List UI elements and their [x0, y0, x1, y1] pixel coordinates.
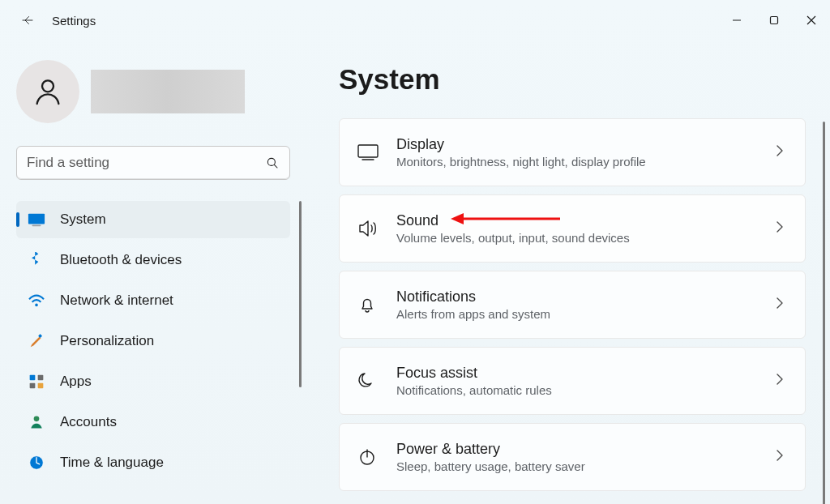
sound-icon [357, 219, 396, 238]
card-text: Notifications Alerts from apps and syste… [396, 288, 776, 321]
svg-rect-5 [28, 214, 45, 224]
chevron-right-icon [776, 373, 787, 389]
nav-label: Accounts [60, 414, 117, 430]
wifi-icon [28, 292, 45, 310]
nav-item-accounts[interactable]: Accounts [16, 404, 290, 441]
nav-label: Personalization [60, 333, 154, 349]
profile-row[interactable] [16, 60, 290, 123]
sidebar: System Bluetooth & devices Network & int… [0, 41, 306, 504]
svg-rect-10 [38, 375, 44, 381]
chevron-right-icon [776, 220, 787, 237]
power-icon [357, 447, 396, 467]
main-area: System Bluetooth & devices Network & int… [0, 41, 830, 504]
clock-globe-icon [28, 454, 45, 472]
card-title: Notifications [396, 288, 776, 305]
content-pane: System Display Monitors, brightness, nig… [306, 41, 830, 504]
maximize-icon [769, 15, 779, 25]
moon-icon [357, 371, 396, 391]
search-box[interactable] [16, 146, 290, 180]
card-text: Power & battery Sleep, battery usage, ba… [396, 441, 776, 473]
svg-rect-12 [38, 383, 44, 389]
window-controls [718, 4, 830, 36]
card-title: Sound [396, 212, 776, 229]
nav-label: Time & language [60, 455, 164, 471]
settings-item-display[interactable]: Display Monitors, brightness, night ligh… [339, 118, 806, 186]
card-title: Display [396, 136, 776, 153]
chevron-right-icon [776, 449, 787, 465]
card-text: Focus assist Notifications, automatic ru… [396, 365, 776, 397]
system-icon [28, 211, 45, 229]
nav-list: System Bluetooth & devices Network & int… [16, 201, 290, 481]
svg-point-7 [35, 304, 38, 307]
card-text: Sound Volume levels, output, input, soun… [396, 212, 776, 245]
svg-rect-16 [358, 145, 378, 157]
app-title: Settings [52, 14, 96, 28]
search-input[interactable] [27, 155, 265, 171]
bell-icon [357, 295, 396, 314]
svg-point-2 [42, 80, 53, 92]
titlebar-left: Settings [19, 12, 96, 28]
svg-line-4 [275, 165, 277, 168]
svg-rect-6 [32, 224, 41, 226]
card-title: Power & battery [396, 441, 776, 458]
nav-item-network[interactable]: Network & internet [16, 282, 290, 319]
card-subtitle: Notifications, automatic rules [396, 383, 776, 397]
person-icon [32, 75, 64, 108]
svg-rect-1 [771, 17, 778, 24]
arrow-left-icon [20, 13, 35, 28]
nav-item-system[interactable]: System [16, 201, 290, 238]
accounts-icon [28, 413, 45, 431]
settings-window: Settings [0, 0, 830, 504]
svg-point-13 [34, 416, 40, 422]
nav-item-bluetooth[interactable]: Bluetooth & devices [16, 241, 290, 279]
avatar [16, 60, 79, 123]
card-subtitle: Sleep, battery usage, battery saver [396, 459, 776, 473]
sidebar-scrollbar[interactable] [299, 201, 302, 387]
chevron-right-icon [776, 297, 787, 313]
settings-item-power[interactable]: Power & battery Sleep, battery usage, ba… [339, 423, 806, 491]
back-button[interactable] [19, 12, 36, 28]
settings-item-focus-assist[interactable]: Focus assist Notifications, automatic ru… [339, 347, 806, 415]
settings-list: Display Monitors, brightness, night ligh… [339, 118, 806, 491]
minimize-button[interactable] [718, 4, 755, 36]
nav-item-apps[interactable]: Apps [16, 363, 290, 400]
svg-rect-9 [30, 375, 36, 381]
settings-item-notifications[interactable]: Notifications Alerts from apps and syste… [339, 271, 806, 339]
page-title: System [339, 63, 806, 96]
minimize-icon [732, 15, 742, 25]
content-scrollbar[interactable] [823, 122, 825, 504]
nav-label: Apps [60, 374, 92, 390]
svg-rect-8 [38, 334, 42, 338]
nav-label: System [60, 211, 106, 228]
close-button[interactable] [793, 4, 830, 36]
nav-item-time[interactable]: Time & language [16, 444, 290, 481]
settings-item-sound[interactable]: Sound Volume levels, output, input, soun… [339, 194, 806, 263]
card-subtitle: Volume levels, output, input, sound devi… [396, 231, 776, 245]
nav-item-personalization[interactable]: Personalization [16, 322, 290, 360]
apps-icon [28, 373, 45, 391]
profile-name-placeholder [91, 70, 245, 113]
nav-label: Network & internet [60, 293, 173, 309]
card-subtitle: Alerts from apps and system [396, 307, 776, 321]
titlebar: Settings [0, 0, 830, 41]
svg-point-3 [267, 158, 275, 165]
chevron-right-icon [776, 144, 787, 160]
paintbrush-icon [28, 332, 45, 350]
bluetooth-icon [28, 251, 45, 269]
maximize-button[interactable] [755, 4, 793, 36]
card-subtitle: Monitors, brightness, night light, displ… [396, 155, 776, 169]
close-icon [806, 15, 816, 25]
card-text: Display Monitors, brightness, night ligh… [396, 136, 776, 169]
search-icon [265, 156, 280, 170]
nav-label: Bluetooth & devices [60, 252, 182, 268]
card-title: Focus assist [396, 365, 776, 382]
svg-rect-11 [30, 383, 36, 389]
display-icon [357, 143, 396, 161]
